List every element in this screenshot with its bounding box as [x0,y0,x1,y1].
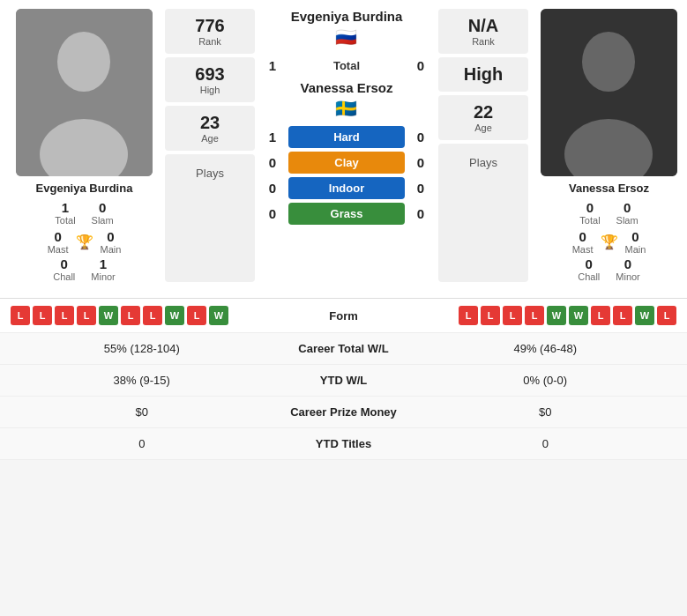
player1-age-value: 23 [168,113,251,133]
player1-plays-label: Plays [196,167,224,180]
form-badge-l: L [77,306,96,325]
p1-career-total: 55% (128-104) [11,342,273,355]
player2-total: 0 [586,200,594,215]
form-badge-w: W [547,306,566,325]
p1-ytd-titles: 0 [11,437,273,450]
player2-trophy-icon: 🏆 [601,234,618,250]
form-badge-w: W [569,306,588,325]
player1-card: Evgeniya Burdina 1 Total 0 Slam 0 Mast 🏆 [7,9,161,282]
p2-ytd-titles: 0 [414,437,677,450]
player2-flag: 🇸🇪 [335,98,357,119]
svg-point-1 [57,32,110,92]
player1-name: Evgeniya Burdina [36,182,133,195]
career-total-label: Career Total W/L [273,342,414,355]
ytd-wl-row: 38% (9-15) YTD W/L 0% (0-0) [0,365,687,397]
player1-total: 1 [62,200,69,215]
player2-middle-stats: N/A Rank High 22 Age Plays [435,9,532,282]
player2-high-value: High [442,64,525,85]
p1-hard-score: 1 [262,130,283,145]
player2-chall: 0 [586,256,593,271]
p2-total-score: 0 [410,58,431,73]
player2-main-label: Main [625,244,646,255]
player1-rank-value: 776 [168,16,251,36]
player2-plays-label: Plays [469,156,497,169]
clay-row: 0 Clay 0 [262,152,431,174]
player1-rank-box: 776 Rank [165,9,255,54]
player2-mast: 0 [579,229,586,244]
player2-plays-box: Plays [438,144,528,282]
career-total-row: 55% (128-104) Career Total W/L 49% (46-4… [0,333,687,365]
player2-minor-label: Minor [616,271,640,282]
player2-name: Vanessa Ersoz [569,182,649,195]
center-area: Evgeniya Burdina 🇷🇺 1 Total 0 Vanessa Er… [258,9,435,282]
form-badge-l: L [503,306,522,325]
player1-form: LLLLWLLWLW [11,306,291,325]
form-badge-l: L [143,306,162,325]
indoor-row: 0 Indoor 0 [262,177,431,199]
form-badge-l: L [187,306,206,325]
player2-age-label: Age [442,122,525,133]
player1-rank-label: Rank [168,36,251,47]
player1-slam-label: Slam [92,215,114,226]
form-badge-l: L [525,306,544,325]
form-badge-l: L [121,306,140,325]
total-label: Total [288,55,405,77]
player2-slam: 0 [624,200,631,215]
player1-minor: 1 [100,256,107,271]
player1-avatar [16,9,153,176]
hard-row: 1 Hard 0 [262,126,431,148]
p1-indoor-score: 0 [262,181,283,196]
prize-label: Career Prize Money [273,405,414,419]
svg-point-4 [582,32,635,92]
form-badge-l: L [657,306,676,325]
player2-minor: 0 [624,256,631,271]
player1-age-box: 23 Age [165,106,255,151]
ytd-titles-row: 0 YTD Titles 0 [0,428,687,460]
p1-total-score: 1 [262,58,283,73]
player2-chall-label: Chall [578,271,600,282]
player1-age-label: Age [168,133,251,144]
player2-avatar [541,9,677,176]
player1-total-label: Total [55,215,75,226]
form-badge-l: L [11,306,30,325]
player1-flag: 🇷🇺 [335,26,357,48]
indoor-badge: Indoor [288,177,405,199]
player1-high-value: 693 [168,64,251,85]
player2-card: Vanessa Ersoz 0 Total 0 Slam 0 Mast 🏆 [532,9,686,282]
form-badge-l: L [459,306,478,325]
p2-career-total: 49% (46-48) [414,342,677,355]
score-rows: 1 Total 0 Vanessa Ersoz 🇸🇪 1 Hard 0 0 [262,55,431,225]
p2-grass-score: 0 [410,206,431,221]
player2-header-name: Vanessa Ersoz 🇸🇪 [300,80,392,119]
player2-slam-label: Slam [616,215,638,226]
prize-row: $0 Career Prize Money $0 [0,397,687,428]
hard-badge: Hard [288,126,405,148]
player1-mast: 0 [54,229,61,244]
p2-clay-score: 0 [410,155,431,170]
player2-age-box: 22 Age [438,95,528,140]
p1-prize: $0 [11,405,273,419]
player2-rank-value: N/A [442,16,525,36]
grass-badge: Grass [288,203,405,225]
p2-ytd-wl: 0% (0-0) [414,374,677,387]
player2-total-label: Total [579,215,600,226]
form-badge-w: W [635,306,654,325]
player1-main: 0 [107,229,114,244]
player1-trophy-icon: 🏆 [76,234,93,250]
form-badge-w: W [209,306,228,325]
form-label: Form [291,309,397,323]
p1-clay-score: 0 [262,155,283,170]
total-row: 1 Total 0 [262,55,431,77]
ytd-wl-label: YTD W/L [273,374,414,387]
player2-header-name-text: Vanessa Ersoz [300,80,392,96]
bottom-section: LLLLWLLWLW Form LLLLWWLLWL 55% (128-104)… [0,298,687,460]
player1-plays-box: Plays [165,154,255,282]
player2-high-box: High [438,57,528,92]
form-badge-l: L [613,306,632,325]
form-badge-l: L [33,306,52,325]
player1-chall: 0 [61,256,68,271]
form-badge-l: L [591,306,610,325]
player2-age-value: 22 [442,102,525,122]
player1-high-label: High [168,85,251,95]
p1-ytd-wl: 38% (9-15) [11,374,273,387]
